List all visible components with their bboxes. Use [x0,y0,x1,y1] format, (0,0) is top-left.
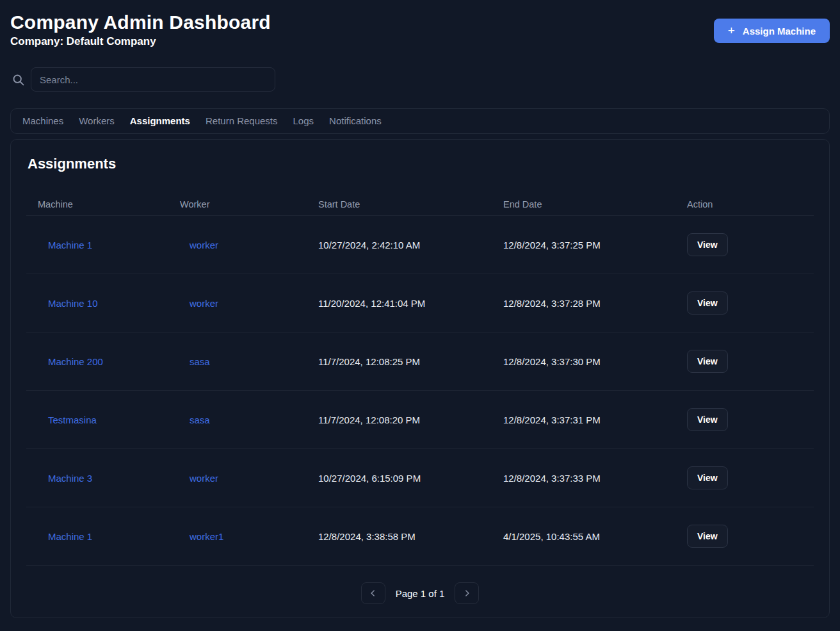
column-header-action: Action [686,193,814,216]
assign-machine-button[interactable]: + Assign Machine [714,19,830,43]
machine-link[interactable]: Machine 200 [48,356,103,367]
end-date-cell: 12/8/2024, 3:37:25 PM [502,216,686,274]
column-header-worker: Worker [179,193,317,216]
tab-bar: MachinesWorkersAssignmentsReturn Request… [10,108,830,134]
view-button[interactable]: View [687,408,728,431]
table-row: Machine 1 worker1 12/8/2024, 3:38:58 PM … [26,507,814,566]
search-input[interactable] [31,67,275,92]
page-title: Company Admin Dashboard [10,10,271,35]
page-subtitle: Company: Default Company [10,35,271,49]
prev-page-button[interactable] [361,582,385,604]
table-row: Machine 2 worker1 12/8/2024, 3:39:04 PM … [26,566,814,575]
end-date-cell: 4/1/2025, 10:43:58 AM [502,566,686,575]
assignments-panel: Assignments MachineWorkerStart DateEnd D… [10,139,830,618]
start-date-cell: 11/7/2024, 12:08:20 PM [317,391,502,449]
worker-link[interactable]: sasa [190,414,210,425]
page-indicator: Page 1 of 1 [396,588,445,599]
tab-return-requests[interactable]: Return Requests [198,108,286,134]
start-date-cell: 12/8/2024, 3:39:04 PM [317,566,502,575]
table-row: Machine 10 worker 11/20/2024, 12:41:04 P… [26,274,814,332]
assignments-table-container[interactable]: MachineWorkerStart DateEnd DateAction Ma… [26,193,814,574]
end-date-cell: 12/8/2024, 3:37:33 PM [502,449,686,507]
view-button[interactable]: View [687,350,728,373]
assignments-table: MachineWorkerStart DateEnd DateAction Ma… [26,193,814,574]
table-row: Testmasina sasa 11/7/2024, 12:08:20 PM 1… [26,391,814,449]
view-button[interactable]: View [687,291,728,315]
worker-link[interactable]: worker1 [190,531,223,542]
pagination: Page 1 of 1 [26,582,814,604]
worker-link[interactable]: sasa [190,356,210,367]
view-button[interactable]: View [687,466,728,489]
worker-link[interactable]: worker [190,240,218,250]
tab-logs[interactable]: Logs [286,108,322,134]
worker-link[interactable]: worker [190,473,218,484]
column-header-start-date: Start Date [317,193,502,216]
panel-title: Assignments [28,155,814,173]
search-row [10,67,830,92]
end-date-cell: 12/8/2024, 3:37:28 PM [502,274,686,332]
machine-link[interactable]: Machine 3 [48,473,92,484]
machine-link[interactable]: Machine 10 [48,298,98,309]
table-row: Machine 200 sasa 11/7/2024, 12:08:25 PM … [26,332,814,391]
tab-machines[interactable]: Machines [22,108,71,134]
table-header-row: MachineWorkerStart DateEnd DateAction [26,193,814,216]
title-block: Company Admin Dashboard Company: Default… [10,10,271,49]
end-date-cell: 4/1/2025, 10:43:55 AM [502,507,686,566]
page-header: Company Admin Dashboard Company: Default… [10,10,830,49]
start-date-cell: 10/27/2024, 6:15:09 PM [317,449,502,507]
start-date-cell: 11/7/2024, 12:08:25 PM [317,332,502,391]
view-button[interactable]: View [687,525,728,548]
table-row: Machine 3 worker 10/27/2024, 6:15:09 PM … [26,449,814,507]
column-header-end-date: End Date [502,193,686,216]
column-header-machine: Machine [26,193,179,216]
machine-link[interactable]: Machine 1 [48,531,92,542]
start-date-cell: 12/8/2024, 3:38:58 PM [317,507,502,566]
plus-icon: + [728,24,735,37]
chevron-left-icon [369,589,378,598]
tab-assignments[interactable]: Assignments [122,108,198,134]
search-icon [12,73,25,86]
assign-machine-button-label: Assign Machine [743,26,816,37]
table-row: Machine 1 worker 10/27/2024, 2:42:10 AM … [26,216,814,274]
table-body: Machine 1 worker 10/27/2024, 2:42:10 AM … [26,216,814,575]
end-date-cell: 12/8/2024, 3:37:31 PM [502,391,686,449]
page: Company Admin Dashboard Company: Default… [0,0,840,631]
worker-link[interactable]: worker [190,298,218,309]
chevron-right-icon [462,589,471,598]
start-date-cell: 11/20/2024, 12:41:04 PM [317,274,502,332]
start-date-cell: 10/27/2024, 2:42:10 AM [317,216,502,274]
tab-notifications[interactable]: Notifications [321,108,389,134]
machine-link[interactable]: Machine 1 [48,240,92,250]
view-button[interactable]: View [687,233,728,256]
machine-link[interactable]: Testmasina [48,414,97,425]
tab-workers[interactable]: Workers [71,108,122,134]
next-page-button[interactable] [455,582,479,604]
end-date-cell: 12/8/2024, 3:37:30 PM [502,332,686,391]
